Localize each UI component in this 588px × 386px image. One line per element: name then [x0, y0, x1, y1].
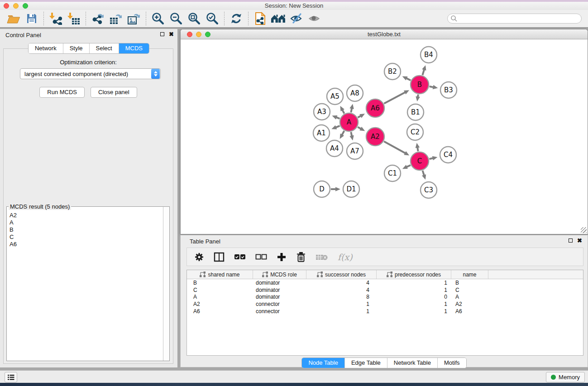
first-neighbors-button[interactable]	[269, 11, 287, 26]
node-table[interactable]: shared nameMCDS rolesuccessor nodesprede…	[186, 270, 583, 356]
close-table-panel-icon[interactable]: ✖	[577, 238, 582, 243]
edge-A-A6[interactable]	[358, 114, 365, 118]
edge-A-A3[interactable]	[332, 115, 339, 119]
graph-node-A3[interactable]: A3	[314, 104, 330, 120]
zoom-fit-button[interactable]	[185, 11, 203, 26]
deselect-all-button[interactable]	[255, 254, 267, 260]
window-resize-grip[interactable]	[581, 227, 587, 233]
edge-B-B1[interactable]	[416, 95, 420, 101]
zoom-out-button[interactable]	[167, 11, 185, 26]
result-item[interactable]: A2	[10, 212, 163, 219]
mcds-result-list[interactable]: A2ABCA6	[7, 207, 163, 361]
graph-node-B2[interactable]: B2	[384, 63, 401, 80]
add-column-button[interactable]	[277, 252, 287, 262]
edge-C-C2[interactable]	[416, 143, 420, 152]
search-field[interactable]	[447, 14, 582, 24]
export-image-button[interactable]	[125, 11, 143, 26]
edge-B-B2[interactable]	[402, 76, 411, 80]
search-input[interactable]	[458, 15, 581, 22]
edge-A2-C[interactable]	[384, 142, 409, 156]
tab-edge-table[interactable]: Edge Table	[345, 358, 387, 368]
zoom-in-button[interactable]	[149, 11, 167, 26]
delete-column-button[interactable]	[296, 252, 306, 262]
export-network-button[interactable]	[89, 11, 107, 26]
graph-node-A7[interactable]: A7	[347, 143, 363, 159]
edge-A-A5[interactable]	[340, 106, 344, 114]
graph-node-C2[interactable]: C2	[407, 124, 423, 140]
open-session-button[interactable]	[5, 11, 23, 26]
network-canvas[interactable]: B4B2BB3A5A8A6B1A3AA1C2A2A4A7C4CC1C3DD1	[181, 40, 588, 234]
hide-selected-button[interactable]	[287, 11, 306, 26]
edge-D-D1[interactable]	[331, 187, 340, 191]
graph-node-A8[interactable]: A8	[347, 85, 363, 101]
edge-C-C1[interactable]	[402, 165, 411, 169]
edge-A-A1[interactable]	[331, 125, 339, 129]
graph-node-A[interactable]: A	[340, 113, 358, 131]
close-panel-button[interactable]: Close panel	[91, 87, 137, 98]
edge-C-C4[interactable]	[429, 156, 437, 160]
table-row[interactable]: A6connector11A6	[187, 308, 583, 315]
select-all-button[interactable]	[234, 254, 246, 260]
import-network-button[interactable]	[47, 11, 65, 26]
float-panel-icon[interactable]	[160, 32, 164, 36]
edge-A-A8[interactable]	[349, 104, 354, 113]
graph-node-C1[interactable]: C1	[384, 165, 401, 181]
tab-node-table[interactable]: Node Table	[302, 358, 345, 368]
graph-node-C3[interactable]: C3	[421, 182, 437, 198]
result-item[interactable]: B	[10, 226, 163, 234]
graph-node-B1[interactable]: B1	[407, 104, 424, 120]
edge-A-A4[interactable]	[340, 131, 344, 139]
table-row[interactable]: Bdominator41B	[187, 279, 583, 286]
table-row[interactable]: A2connector11A2	[187, 300, 583, 308]
graph-node-C[interactable]: C	[411, 152, 429, 170]
column-header-name[interactable]: name	[451, 270, 488, 279]
result-scrollbar[interactable]	[163, 207, 169, 361]
graph-node-B3[interactable]: B3	[440, 82, 457, 98]
tab-style[interactable]: Style	[63, 43, 90, 53]
show-columns-button[interactable]	[214, 252, 225, 262]
tab-select[interactable]: Select	[90, 43, 119, 53]
export-table-button[interactable]	[107, 11, 125, 26]
tab-network[interactable]: Network	[29, 43, 63, 53]
result-item[interactable]: A	[10, 219, 163, 226]
clone-network-button[interactable]	[251, 11, 269, 26]
graph-node-A6[interactable]: A6	[366, 99, 384, 117]
table-row[interactable]: Cdominator41C	[187, 286, 583, 294]
result-item[interactable]: C	[10, 234, 163, 241]
criterion-dropdown[interactable]: largest connected component (directed)	[20, 68, 161, 79]
show-graphics-button[interactable]	[306, 11, 324, 26]
graph-node-A4[interactable]: A4	[326, 140, 343, 157]
function-builder-button[interactable]: f(x)	[338, 252, 353, 262]
delete-table-button[interactable]	[316, 253, 328, 261]
graph-node-D1[interactable]: D1	[343, 181, 359, 197]
table-settings-button[interactable]	[194, 252, 204, 262]
refresh-layout-button[interactable]	[227, 11, 245, 26]
edge-A-A2[interactable]	[358, 127, 365, 131]
column-header-shared-name[interactable]: shared name	[187, 270, 253, 279]
tab-mcds[interactable]: MCDS	[119, 43, 149, 53]
edge-B-B3[interactable]	[430, 85, 438, 89]
close-panel-icon[interactable]: ✖	[169, 32, 174, 37]
import-table-button[interactable]	[65, 11, 83, 26]
edge-A-A7[interactable]	[349, 132, 354, 141]
graph-node-B[interactable]: B	[411, 76, 429, 94]
save-session-button[interactable]	[23, 11, 41, 26]
memory-button[interactable]: Memory	[546, 372, 585, 382]
graph-node-D[interactable]: D	[314, 181, 330, 197]
graph-node-A5[interactable]: A5	[327, 88, 343, 105]
edge-A6-B[interactable]	[384, 90, 409, 104]
tab-network-table[interactable]: Network Table	[387, 358, 438, 368]
edge-B-B4[interactable]	[422, 65, 426, 75]
zoom-selected-button[interactable]	[203, 11, 221, 26]
graph-node-A2[interactable]: A2	[366, 128, 384, 146]
column-header-MCDS-role[interactable]: MCDS role	[253, 270, 306, 279]
column-header-successor-nodes[interactable]: successor nodes	[306, 270, 377, 279]
table-row[interactable]: Adominator80A	[187, 293, 583, 300]
graph-node-A1[interactable]: A1	[313, 125, 330, 141]
float-table-panel-icon[interactable]	[569, 238, 573, 243]
graph-node-B4[interactable]: B4	[421, 47, 437, 63]
tab-motifs[interactable]: Motifs	[438, 358, 466, 368]
graph-node-C4[interactable]: C4	[440, 147, 456, 163]
run-mcds-button[interactable]: Run MCDS	[39, 87, 85, 98]
edge-C-C3[interactable]	[422, 171, 426, 180]
